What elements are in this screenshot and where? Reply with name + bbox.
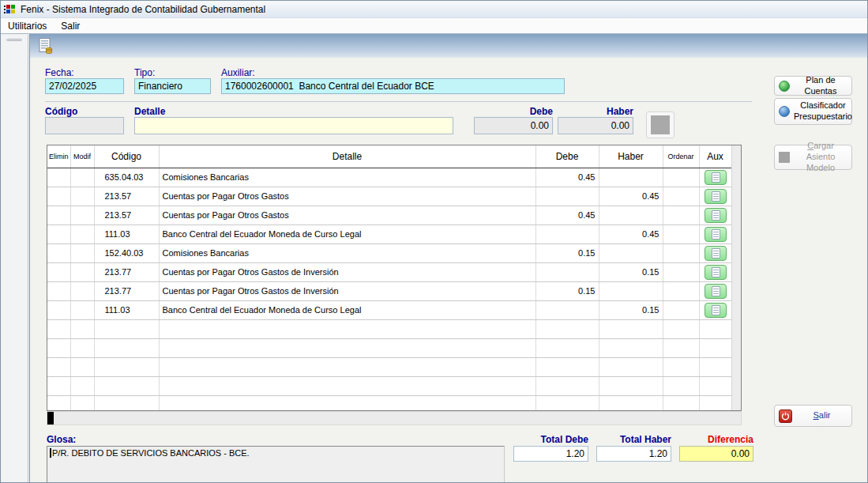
aux-button[interactable] bbox=[705, 246, 727, 261]
cell-haber[interactable] bbox=[599, 319, 663, 338]
cell-detalle[interactable] bbox=[159, 376, 535, 395]
cell-haber[interactable] bbox=[599, 395, 663, 411]
cell-modif[interactable] bbox=[70, 262, 94, 281]
cell-detalle[interactable] bbox=[159, 338, 535, 357]
cell-detalle[interactable]: Cuentas por Pagar Otros Gastos bbox=[159, 206, 535, 225]
fecha-input[interactable] bbox=[45, 78, 124, 94]
cell-debe[interactable] bbox=[535, 262, 599, 281]
entry-codigo-input[interactable] bbox=[45, 117, 124, 134]
cell-haber[interactable] bbox=[599, 281, 663, 300]
cell-ordenar[interactable] bbox=[663, 357, 699, 376]
cell-modif[interactable] bbox=[70, 357, 94, 376]
cell-ordenar[interactable] bbox=[663, 281, 699, 300]
cell-elimin[interactable] bbox=[47, 281, 70, 300]
cell-ordenar[interactable] bbox=[663, 376, 699, 395]
cell-haber[interactable] bbox=[599, 357, 663, 376]
cell-detalle[interactable]: Comisiones Bancarias bbox=[159, 243, 535, 262]
cell-haber[interactable] bbox=[599, 376, 663, 395]
cell-ordenar[interactable] bbox=[663, 395, 699, 411]
cell-codigo[interactable] bbox=[94, 395, 159, 411]
table-row[interactable]: 635.04.03Comisiones Bancarias0.45 bbox=[47, 168, 731, 187]
tipo-input[interactable] bbox=[134, 78, 211, 94]
cell-elimin[interactable] bbox=[47, 376, 70, 395]
table-row[interactable]: 152.40.03Comisiones Bancarias0.15 bbox=[47, 243, 731, 262]
cell-modif[interactable] bbox=[70, 168, 94, 187]
cell-modif[interactable] bbox=[70, 376, 94, 395]
cell-codigo[interactable] bbox=[94, 338, 159, 357]
table-row[interactable] bbox=[47, 338, 731, 357]
cell-modif[interactable] bbox=[70, 319, 94, 338]
cell-ordenar[interactable] bbox=[663, 319, 699, 338]
cell-elimin[interactable] bbox=[47, 262, 70, 281]
cell-codigo[interactable]: 213.57 bbox=[94, 206, 159, 225]
cell-ordenar[interactable] bbox=[663, 262, 699, 281]
cell-haber[interactable] bbox=[599, 243, 663, 262]
menu-salir[interactable]: Salir bbox=[54, 19, 87, 33]
cell-codigo[interactable]: 635.04.03 bbox=[94, 168, 159, 187]
cell-haber[interactable] bbox=[599, 206, 663, 225]
cell-debe[interactable] bbox=[535, 319, 599, 338]
cell-codigo[interactable] bbox=[94, 376, 159, 395]
cell-debe[interactable] bbox=[535, 187, 599, 206]
clasificador-presupuestario-button[interactable]: Clasificador Presupuestario bbox=[774, 98, 852, 125]
cell-debe[interactable] bbox=[535, 338, 599, 357]
left-collapsed-panel[interactable] bbox=[2, 35, 28, 483]
aux-button[interactable] bbox=[705, 303, 727, 318]
cell-ordenar[interactable] bbox=[663, 300, 699, 319]
cell-elimin[interactable] bbox=[47, 243, 70, 262]
cell-modif[interactable] bbox=[70, 187, 94, 206]
cell-debe[interactable]: 0.45 bbox=[535, 206, 599, 225]
cell-ordenar[interactable] bbox=[663, 187, 699, 206]
cell-debe[interactable] bbox=[535, 357, 599, 376]
cell-ordenar[interactable] bbox=[663, 225, 699, 243]
table-row[interactable] bbox=[47, 319, 731, 338]
grid-horizontal-scrollbar[interactable] bbox=[47, 411, 742, 425]
cell-debe[interactable]: 0.15 bbox=[535, 281, 599, 300]
cell-elimin[interactable] bbox=[47, 168, 70, 187]
table-row[interactable]: 213.57Cuentas por Pagar Otros Gastos0.45 bbox=[47, 206, 731, 225]
cell-debe[interactable]: 0.15 bbox=[535, 243, 599, 262]
cell-elimin[interactable] bbox=[47, 338, 70, 357]
cell-ordenar[interactable] bbox=[663, 206, 699, 225]
cell-haber[interactable] bbox=[599, 338, 663, 357]
cell-ordenar[interactable] bbox=[663, 243, 699, 262]
cell-elimin[interactable] bbox=[47, 225, 70, 243]
aux-button[interactable] bbox=[705, 170, 727, 185]
cell-modif[interactable] bbox=[70, 225, 94, 243]
cell-modif[interactable] bbox=[70, 395, 94, 411]
table-row[interactable]: 111.03Banco Central del Ecuador Moneda d… bbox=[47, 225, 731, 243]
cell-debe[interactable]: 0.45 bbox=[535, 168, 599, 187]
aux-button[interactable] bbox=[705, 265, 727, 280]
cell-elimin[interactable] bbox=[47, 319, 70, 338]
grid-vertical-scrollbar[interactable] bbox=[731, 145, 741, 410]
cell-modif[interactable] bbox=[70, 206, 94, 225]
aux-button[interactable] bbox=[705, 227, 727, 242]
cell-codigo[interactable] bbox=[94, 319, 159, 338]
cell-debe[interactable] bbox=[535, 376, 599, 395]
cell-haber[interactable]: 0.15 bbox=[599, 300, 663, 319]
cell-haber[interactable]: 0.15 bbox=[599, 262, 663, 281]
aux-button[interactable] bbox=[705, 189, 727, 204]
menu-utilitarios[interactable]: Utilitarios bbox=[1, 19, 54, 33]
cell-elimin[interactable] bbox=[47, 357, 70, 376]
cell-haber[interactable]: 0.45 bbox=[599, 187, 663, 206]
entry-detalle-input[interactable] bbox=[134, 117, 453, 134]
cell-elimin[interactable] bbox=[47, 395, 70, 411]
cell-detalle[interactable] bbox=[159, 395, 535, 411]
scrollbar-thumb[interactable] bbox=[47, 412, 54, 425]
cell-modif[interactable] bbox=[70, 243, 94, 262]
cell-codigo[interactable]: 213.57 bbox=[94, 187, 159, 206]
cell-codigo[interactable]: 213.77 bbox=[94, 262, 159, 281]
entry-debe-input[interactable] bbox=[474, 117, 553, 134]
cell-detalle[interactable]: Cuentas por Pagar Otros Gastos de Invers… bbox=[159, 281, 535, 300]
cell-modif[interactable] bbox=[70, 300, 94, 319]
table-row[interactable]: 213.57Cuentas por Pagar Otros Gastos0.45 bbox=[47, 187, 731, 206]
cell-haber[interactable] bbox=[599, 168, 663, 187]
auxiliar-input[interactable] bbox=[221, 78, 565, 94]
cell-haber[interactable]: 0.45 bbox=[599, 225, 663, 243]
cell-detalle[interactable]: Banco Central del Ecuador Moneda de Curs… bbox=[159, 225, 535, 243]
cell-codigo[interactable]: 111.03 bbox=[94, 225, 159, 243]
cell-detalle[interactable]: Banco Central del Ecuador Moneda de Curs… bbox=[159, 300, 535, 319]
aux-button[interactable] bbox=[705, 284, 727, 299]
cell-debe[interactable] bbox=[535, 300, 599, 319]
